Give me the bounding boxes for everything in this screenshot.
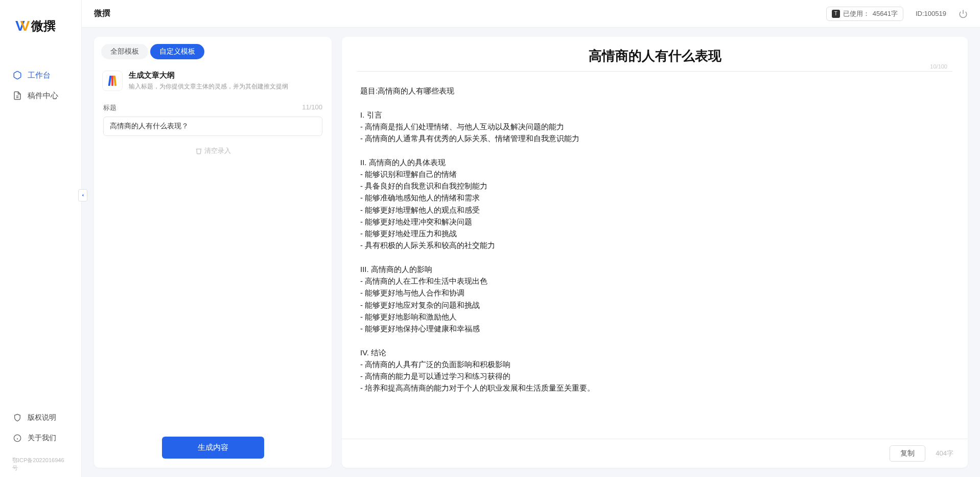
logo-mark-icon: VV [15,18,28,34]
nav-item-label: 稿件中心 [28,91,58,101]
template-card-desc: 输入标题，为你提供文章主体的灵感，并为其创建推文提纲 [129,82,288,91]
main: 微撰 T 已使用： 45641字 ID:100519 全部模板 自定义模板 [82,0,980,477]
content: 全部模板 自定义模板 生成文章大纲 输入标题，为你提供文章主体的灵感，并为其创建… [82,28,980,477]
books-icon [102,71,123,91]
nav-item-about[interactable]: 关于我们 [0,428,81,448]
template-card[interactable]: 生成文章大纲 输入标题，为你提供文章主体的灵感，并为其创建推文提纲 [101,69,324,93]
generate-button[interactable]: 生成内容 [162,437,264,459]
sidebar-collapse-handle[interactable] [78,189,87,201]
usage-value: 45641字 [873,9,898,18]
tab-all-templates[interactable]: 全部模板 [101,44,148,59]
generate-button-wrap: 生成内容 [94,427,332,468]
cube-icon [12,70,22,80]
topbar-right: T 已使用： 45641字 ID:100519 [826,7,968,21]
output-word-count: 404字 [936,449,953,458]
usage-prefix: 已使用： [843,9,870,18]
title-label-row: 标题 11/100 [103,103,322,112]
document-icon [12,90,22,101]
logo-text: 微撰 [31,18,56,34]
info-icon [12,433,22,443]
shield-icon [12,413,22,423]
template-tabs: 全部模板 自定义模板 [94,37,332,59]
topbar: 微撰 T 已使用： 45641字 ID:100519 [82,0,980,28]
logo[interactable]: VV 微撰 [0,0,81,44]
user-id: ID:100519 [916,10,946,17]
output-panel: 高情商的人有什么表现 10/100 题目:高情商的人有哪些表现 I. 引言 - … [342,37,968,468]
output-title-wrap: 高情商的人有什么表现 10/100 [342,37,968,76]
title-counter: 11/100 [302,103,322,112]
usage-badge[interactable]: T 已使用： 45641字 [826,7,903,21]
sidebar: VV 微撰 工作台 稿件中心 版权说明 [0,0,82,477]
icp-text: 鄂ICP备2022016946号 [0,453,81,477]
output-footer: 复制 404字 [342,439,968,468]
title-input[interactable] [103,117,322,136]
template-card-body: 生成文章大纲 输入标题，为你提供文章主体的灵感，并为其创建推文提纲 [129,71,288,91]
nav-item-label: 版权说明 [28,413,56,422]
output-title: 高情商的人有什么表现 [357,47,952,72]
title-label: 标题 [103,103,116,112]
nav-item-workspace[interactable]: 工作台 [0,65,81,85]
nav-item-label: 工作台 [28,71,51,80]
output-title-counter: 10/100 [930,63,947,70]
nav-item-copyright[interactable]: 版权说明 [0,407,81,428]
nav-item-label: 关于我们 [28,434,56,443]
form-area: 标题 11/100 清空录入 [94,93,332,155]
clear-input-link[interactable]: 清空录入 [103,146,322,155]
clear-input-label: 清空录入 [204,146,231,155]
chevron-left-icon [80,192,85,198]
nav-item-drafts[interactable]: 稿件中心 [0,85,81,106]
power-icon[interactable] [959,9,968,18]
trash-icon [195,147,202,154]
tab-custom-templates[interactable]: 自定义模板 [150,44,204,59]
template-card-title: 生成文章大纲 [129,71,288,80]
output-body[interactable]: 题目:高情商的人有哪些表现 I. 引言 - 高情商是指人们处理情绪、与他人互动以… [342,76,968,439]
nav-main: 工作台 稿件中心 [0,65,81,106]
text-count-icon: T [832,10,840,18]
page-title: 微撰 [94,8,110,19]
nav-bottom: 版权说明 关于我们 [0,407,81,448]
input-panel: 全部模板 自定义模板 生成文章大纲 输入标题，为你提供文章主体的灵感，并为其创建… [94,37,332,468]
copy-button[interactable]: 复制 [890,445,925,462]
